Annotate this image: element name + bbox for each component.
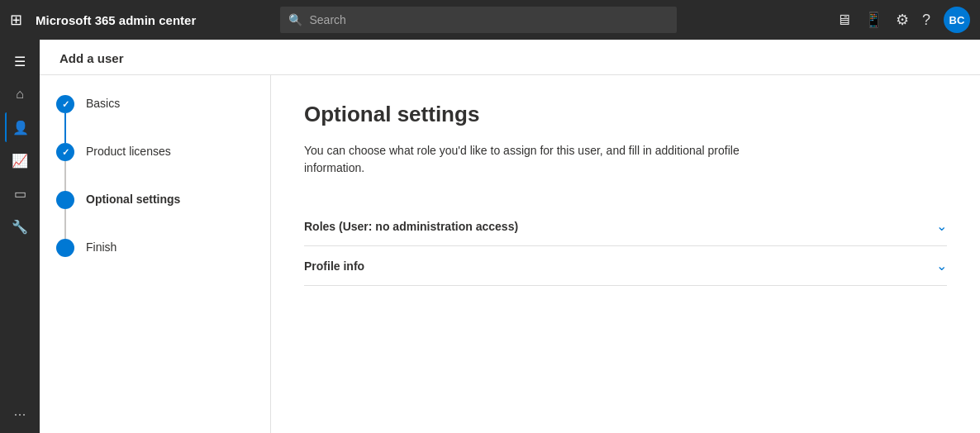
monitor-icon[interactable]: 🖥 [836, 12, 851, 29]
accordion-profile-label: Profile info [304, 259, 364, 273]
sidebar-users[interactable]: 👤 [5, 112, 35, 142]
sidebar-icons: ☰ ⌂ 👤 📈 ▭ 🔧 ··· [0, 40, 40, 433]
accordion-roles-header[interactable]: Roles (User: no administration access) ⌄ [304, 207, 947, 245]
step-optional-settings: Optional settings [56, 191, 254, 239]
form-title: Optional settings [304, 102, 947, 127]
step-basics-line [64, 113, 66, 143]
page-title: Add a user [59, 51, 124, 65]
accordion-profile-header[interactable]: Profile info ⌄ [304, 246, 947, 285]
layout: ☰ ⌂ 👤 📈 ▭ 🔧 ··· Add a user ✓ Basics [0, 40, 980, 433]
sidebar-tools[interactable]: 🔧 [5, 212, 35, 241]
step-optional-indicator [56, 191, 74, 239]
content-area: ✓ Basics ✓ Product licenses [40, 75, 980, 433]
settings-icon[interactable]: ⚙ [896, 11, 909, 29]
step-basics-label: Basics [86, 95, 120, 110]
step-optional-line [64, 209, 66, 239]
accordion-profile: Profile info ⌄ [304, 246, 947, 286]
search-input[interactable] [309, 13, 668, 26]
grid-icon[interactable]: ⊞ [10, 11, 22, 29]
step-product-licenses: ✓ Product licenses [56, 143, 254, 191]
sidebar-billing[interactable]: ▭ [5, 178, 35, 208]
step-optional-circle [56, 191, 74, 209]
avatar[interactable]: BC [944, 7, 970, 33]
step-finish: Finish [56, 239, 254, 257]
step-finish-indicator [56, 239, 74, 257]
step-finish-label: Finish [86, 239, 117, 254]
step-basics: ✓ Basics [56, 95, 254, 143]
main-area: Add a user ✓ Basics ✓ [40, 40, 980, 433]
accordion-profile-chevron: ⌄ [936, 258, 947, 274]
sidebar-hamburger[interactable]: ☰ [5, 46, 35, 76]
topbar: ⊞ Microsoft 365 admin center 🔍 🖥 📱 ⚙ ? B… [0, 0, 980, 40]
step-licenses-line [64, 161, 66, 191]
step-licenses-circle: ✓ [56, 143, 74, 161]
step-finish-circle [56, 239, 74, 257]
step-basics-circle: ✓ [56, 95, 74, 113]
sidebar-more[interactable]: ··· [13, 406, 26, 423]
mobile-icon[interactable]: 📱 [864, 11, 882, 29]
help-icon[interactable]: ? [922, 12, 930, 29]
accordion-roles-chevron: ⌄ [936, 218, 947, 234]
step-optional-label: Optional settings [86, 191, 180, 206]
search-bar[interactable]: 🔍 [280, 7, 677, 33]
app-title: Microsoft 365 admin center [36, 13, 196, 27]
steps-panel: ✓ Basics ✓ Product licenses [40, 75, 271, 433]
sidebar-home[interactable]: ⌂ [5, 79, 35, 109]
step-licenses-indicator: ✓ [56, 143, 74, 191]
sidebar-analytics[interactable]: 📈 [5, 145, 35, 175]
topbar-right: 🖥 📱 ⚙ ? BC [836, 7, 970, 33]
step-licenses-label: Product licenses [86, 143, 171, 158]
form-description: You can choose what role you'd like to a… [304, 142, 800, 177]
accordion-roles: Roles (User: no administration access) ⌄ [304, 207, 947, 246]
form-panel: Optional settings You can choose what ro… [271, 75, 980, 433]
page-header: Add a user [40, 40, 980, 75]
accordion-roles-label: Roles (User: no administration access) [304, 220, 518, 233]
step-basics-indicator: ✓ [56, 95, 74, 143]
search-icon: 🔍 [288, 13, 302, 26]
